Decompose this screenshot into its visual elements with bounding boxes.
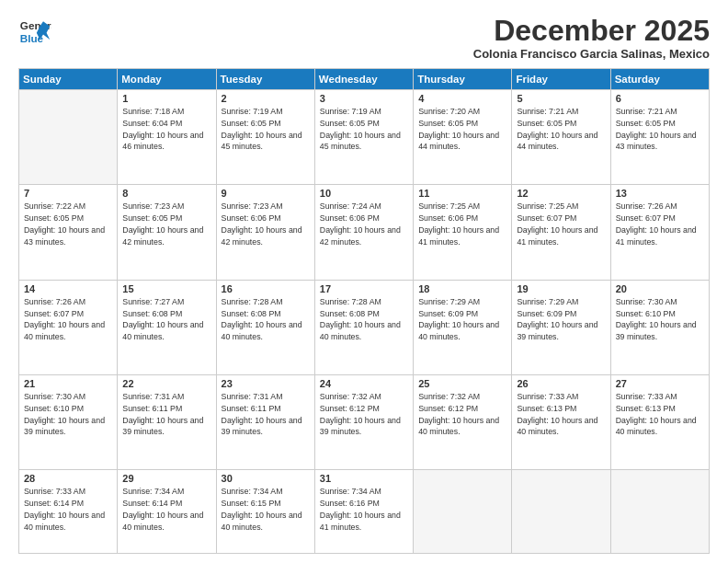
day-number: 26 — [517, 378, 605, 389]
day-content: Sunrise: 7:24 AMSunset: 6:06 PMDaylight:… — [320, 201, 408, 247]
day-number: 2 — [222, 93, 310, 104]
calendar-day-cell: 12Sunrise: 7:25 AMSunset: 6:07 PMDayligh… — [512, 185, 610, 280]
day-content: Sunrise: 7:22 AMSunset: 6:05 PMDaylight:… — [24, 201, 112, 247]
calendar-day-cell: 9Sunrise: 7:23 AMSunset: 6:06 PMDaylight… — [216, 185, 314, 280]
day-number: 13 — [616, 188, 704, 199]
calendar-header-row: SundayMondayTuesdayWednesdayThursdayFrid… — [19, 69, 710, 90]
weekday-header-cell: Wednesday — [314, 69, 413, 90]
weekday-header-cell: Saturday — [610, 69, 709, 90]
day-number: 31 — [320, 473, 408, 484]
weekday-header-cell: Friday — [512, 69, 610, 90]
day-content: Sunrise: 7:19 AMSunset: 6:05 PMDaylight:… — [320, 106, 408, 153]
day-number: 9 — [222, 188, 310, 199]
day-number: 4 — [418, 93, 506, 104]
day-content: Sunrise: 7:30 AMSunset: 6:10 PMDaylight:… — [24, 391, 112, 438]
day-number: 25 — [418, 378, 506, 389]
day-number: 21 — [24, 378, 112, 389]
calendar-day-cell: 1Sunrise: 7:18 AMSunset: 6:04 PMDaylight… — [118, 90, 216, 185]
calendar-day-cell: 24Sunrise: 7:32 AMSunset: 6:12 PMDayligh… — [314, 375, 413, 470]
day-content: Sunrise: 7:21 AMSunset: 6:05 PMDaylight:… — [616, 106, 704, 153]
day-content: Sunrise: 7:19 AMSunset: 6:05 PMDaylight:… — [222, 106, 310, 153]
calendar-day-cell: 14Sunrise: 7:26 AMSunset: 6:07 PMDayligh… — [19, 280, 118, 374]
calendar-day-cell: 29Sunrise: 7:34 AMSunset: 6:14 PMDayligh… — [118, 470, 216, 554]
day-content: Sunrise: 7:20 AMSunset: 6:05 PMDaylight:… — [418, 106, 506, 153]
day-content: Sunrise: 7:23 AMSunset: 6:05 PMDaylight:… — [122, 201, 210, 247]
day-content: Sunrise: 7:23 AMSunset: 6:06 PMDaylight:… — [222, 201, 310, 247]
day-number: 17 — [320, 283, 408, 294]
day-content: Sunrise: 7:33 AMSunset: 6:13 PMDaylight:… — [616, 391, 704, 438]
calendar-day-cell: 5Sunrise: 7:21 AMSunset: 6:05 PMDaylight… — [512, 90, 610, 185]
calendar-table: SundayMondayTuesdayWednesdayThursdayFrid… — [18, 68, 710, 554]
calendar-day-cell: 26Sunrise: 7:33 AMSunset: 6:13 PMDayligh… — [512, 375, 610, 470]
weekday-header-cell: Monday — [118, 69, 216, 90]
calendar-day-cell: 23Sunrise: 7:31 AMSunset: 6:11 PMDayligh… — [216, 375, 314, 470]
day-content: Sunrise: 7:25 AMSunset: 6:06 PMDaylight:… — [418, 201, 506, 247]
calendar-day-cell: 19Sunrise: 7:29 AMSunset: 6:09 PMDayligh… — [512, 280, 610, 374]
day-number: 29 — [122, 473, 210, 484]
calendar-day-cell: 7Sunrise: 7:22 AMSunset: 6:05 PMDaylight… — [19, 185, 118, 280]
day-number: 14 — [24, 283, 112, 294]
day-content: Sunrise: 7:34 AMSunset: 6:15 PMDaylight:… — [222, 486, 310, 533]
logo: General Blue — [18, 15, 51, 48]
day-number: 10 — [320, 188, 408, 199]
day-content: Sunrise: 7:29 AMSunset: 6:09 PMDaylight:… — [517, 296, 605, 343]
day-number: 5 — [517, 93, 605, 104]
calendar-day-cell: 2Sunrise: 7:19 AMSunset: 6:05 PMDaylight… — [216, 90, 314, 185]
day-content: Sunrise: 7:21 AMSunset: 6:05 PMDaylight:… — [517, 106, 605, 153]
calendar-day-cell — [414, 470, 512, 554]
calendar-day-cell — [512, 470, 610, 554]
calendar-week-row: 7Sunrise: 7:22 AMSunset: 6:05 PMDaylight… — [19, 185, 710, 280]
day-number: 27 — [616, 378, 704, 389]
month-year: December 2025 — [473, 15, 710, 47]
day-number: 18 — [418, 283, 506, 294]
day-content: Sunrise: 7:28 AMSunset: 6:08 PMDaylight:… — [320, 296, 408, 343]
weekday-header-cell: Sunday — [19, 69, 118, 90]
day-content: Sunrise: 7:31 AMSunset: 6:11 PMDaylight:… — [222, 391, 310, 438]
calendar-day-cell: 28Sunrise: 7:33 AMSunset: 6:14 PMDayligh… — [19, 470, 118, 554]
day-number: 16 — [222, 283, 310, 294]
day-content: Sunrise: 7:32 AMSunset: 6:12 PMDaylight:… — [320, 391, 408, 438]
day-content: Sunrise: 7:18 AMSunset: 6:04 PMDaylight:… — [122, 106, 210, 153]
calendar-day-cell: 31Sunrise: 7:34 AMSunset: 6:16 PMDayligh… — [314, 470, 413, 554]
day-number: 19 — [517, 283, 605, 294]
day-number: 6 — [616, 93, 704, 104]
calendar-day-cell — [19, 90, 118, 185]
day-content: Sunrise: 7:28 AMSunset: 6:08 PMDaylight:… — [222, 296, 310, 343]
day-number: 24 — [320, 378, 408, 389]
day-number: 15 — [122, 283, 210, 294]
day-number: 20 — [616, 283, 704, 294]
day-number: 11 — [418, 188, 506, 199]
location: Colonia Francisco Garcia Salinas, Mexico — [473, 47, 710, 61]
calendar-day-cell: 3Sunrise: 7:19 AMSunset: 6:05 PMDaylight… — [314, 90, 413, 185]
title-block: December 2025 Colonia Francisco Garcia S… — [473, 15, 710, 61]
calendar-day-cell: 20Sunrise: 7:30 AMSunset: 6:10 PMDayligh… — [610, 280, 709, 374]
calendar-day-cell: 11Sunrise: 7:25 AMSunset: 6:06 PMDayligh… — [414, 185, 512, 280]
calendar-day-cell: 10Sunrise: 7:24 AMSunset: 6:06 PMDayligh… — [314, 185, 413, 280]
calendar-day-cell: 21Sunrise: 7:30 AMSunset: 6:10 PMDayligh… — [19, 375, 118, 470]
calendar-day-cell: 4Sunrise: 7:20 AMSunset: 6:05 PMDaylight… — [414, 90, 512, 185]
day-content: Sunrise: 7:29 AMSunset: 6:09 PMDaylight:… — [418, 296, 506, 343]
calendar-day-cell: 30Sunrise: 7:34 AMSunset: 6:15 PMDayligh… — [216, 470, 314, 554]
page: General Blue December 2025 Colonia Franc… — [0, 0, 728, 563]
calendar-day-cell: 15Sunrise: 7:27 AMSunset: 6:08 PMDayligh… — [118, 280, 216, 374]
day-number: 30 — [222, 473, 310, 484]
calendar-week-row: 1Sunrise: 7:18 AMSunset: 6:04 PMDaylight… — [19, 90, 710, 185]
day-content: Sunrise: 7:34 AMSunset: 6:16 PMDaylight:… — [320, 486, 408, 533]
calendar-day-cell: 27Sunrise: 7:33 AMSunset: 6:13 PMDayligh… — [610, 375, 709, 470]
day-content: Sunrise: 7:33 AMSunset: 6:13 PMDaylight:… — [517, 391, 605, 438]
day-number: 8 — [122, 188, 210, 199]
calendar-day-cell — [610, 470, 709, 554]
day-content: Sunrise: 7:32 AMSunset: 6:12 PMDaylight:… — [418, 391, 506, 438]
day-number: 1 — [122, 93, 210, 104]
calendar-day-cell: 25Sunrise: 7:32 AMSunset: 6:12 PMDayligh… — [414, 375, 512, 470]
day-number: 22 — [122, 378, 210, 389]
day-content: Sunrise: 7:25 AMSunset: 6:07 PMDaylight:… — [517, 201, 605, 247]
header: General Blue December 2025 Colonia Franc… — [18, 15, 710, 61]
calendar-day-cell: 13Sunrise: 7:26 AMSunset: 6:07 PMDayligh… — [610, 185, 709, 280]
day-number: 3 — [320, 93, 408, 104]
calendar-day-cell: 6Sunrise: 7:21 AMSunset: 6:05 PMDaylight… — [610, 90, 709, 185]
calendar-week-row: 21Sunrise: 7:30 AMSunset: 6:10 PMDayligh… — [19, 375, 710, 470]
calendar-day-cell: 17Sunrise: 7:28 AMSunset: 6:08 PMDayligh… — [314, 280, 413, 374]
calendar-day-cell: 18Sunrise: 7:29 AMSunset: 6:09 PMDayligh… — [414, 280, 512, 374]
day-content: Sunrise: 7:26 AMSunset: 6:07 PMDaylight:… — [616, 201, 704, 247]
